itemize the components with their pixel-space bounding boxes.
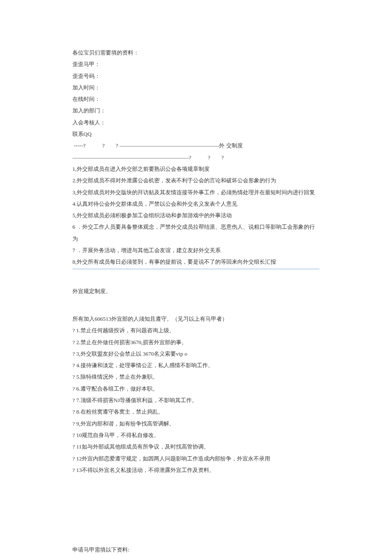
rule-item: ? 12外宣内部恋爱遵守规定，如因两人问题影响工作造成内部纷争，外宣永不录用 (72, 453, 320, 464)
section-b-title: 外宣规定制度。 (72, 285, 320, 297)
rule-item: 5,外交部成员必须积极参加工会组织活动和参加游戏中的外事活动 (72, 210, 320, 221)
rule-item: ? 1.禁止任何越级投诉，有问题咨询上级。 (72, 325, 320, 336)
form-field: 联系QQ (72, 128, 320, 140)
rule-item: ? 7.顶级不得损害NJ导播值班利益，不影响其工作。 (72, 394, 320, 406)
rule-item: 4.认真对待公会外交群体成员，严禁以公会和外交名义发表个人意见 (72, 198, 320, 210)
form-field: 入会考核人： (72, 117, 320, 128)
rule-item: ? 3,外交联盟友好公会禁止以 3670名义索要vip o (72, 348, 320, 359)
rule-item: ? 10规范自身马甲，不得私自修改。 (72, 429, 320, 441)
rule-item: ? 13不得以外宣名义私接活动，不得泄露外宣工作及资料。 (72, 464, 320, 476)
rule-item: 8,外交所有成员每日必须签到，有事的提前说，要是说不了的等回来向外交组长汇报 (72, 256, 320, 267)
form-field: 在线时间： (72, 93, 320, 105)
rule-item: ? 11如与外部或其他组成员有所争议，及时找高管协调。 (72, 441, 320, 452)
rule-item: ? 5.除特殊情况外，禁止在外兼职。 (72, 371, 320, 382)
form-field: 歪歪马甲： (72, 58, 320, 70)
rule-item: 3,外交部成员对外交版块的拜访贴及其友情连接等外事工作，必须热情处理并在最短时间… (72, 187, 320, 198)
divider-line: -----? ? ? ——————————————————外 交制度 —————… (72, 140, 320, 163)
rule-item: ? 9,外宣内部和谐，如有纷争找高管调解。 (72, 418, 320, 429)
rule-item: 2.外交部成员不得对外泄露公会机密，发表不利于公会的言论和破坏公会形象的行为 (72, 175, 320, 186)
form-field: 加入的部门： (72, 105, 320, 116)
section-b-intro: 所有加入606513外宣部的人须知且遵守。（见习以上有马甲者） (72, 313, 320, 325)
form-field: 歪歪号码： (72, 70, 320, 82)
rules-section-a: 1,外交部成员在进入外交部之前要熟识公会各项规章制度 2.外交部成员不得对外泄露… (72, 163, 320, 269)
rule-item: ? 8.在粉丝窝遵守各窝主，禁止捣乱。 (72, 406, 320, 417)
rule-item: 7 ．开展外务活动，增进与其他工会友谊，建立友好外交关系 (72, 244, 320, 256)
rule-item: ? 4.接待谦和淡定，处理事情公正，私人感情不影响工作。 (72, 359, 320, 371)
rule-item: ? 2.禁止在外做任何损害3670,损害外宣部的事。 (72, 336, 320, 348)
footer-text: 申请马甲需填以下资料: (72, 544, 320, 555)
form-field: 加入时间： (72, 82, 320, 93)
rule-item: 1,外交部成员在进入外交部之前要熟识公会各项规章制度 (72, 163, 320, 175)
rule-item: 6 ．外交工作人员要具备整体观念，严禁外交成员拉帮结派、恶意伤人、说粗口等影响工… (72, 221, 320, 244)
form-header: 各位宝贝们需要填的资料： (72, 47, 320, 58)
rule-item: ? 6.遵守配合各组工作，做好本职。 (72, 383, 320, 394)
